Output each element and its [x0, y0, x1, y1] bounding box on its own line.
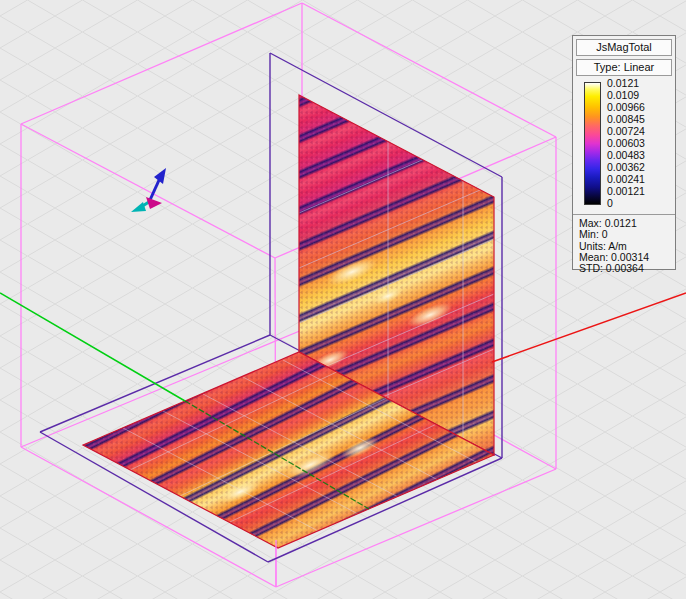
- colorbar-tick: 0.00241: [607, 174, 645, 185]
- colorbar-ticks: 0.01210.01090.009660.008450.007240.00603…: [607, 78, 645, 209]
- colorbar-tick: 0.00966: [607, 102, 645, 113]
- colorbar-tick: 0.00121: [607, 186, 645, 197]
- field-legend: JsMagTotal Type: Linear 0.01210.01090.00…: [572, 35, 676, 270]
- colorbar: [584, 82, 601, 205]
- legend-stat-line: Min: 0: [579, 229, 675, 240]
- legend-title: JsMagTotal: [576, 39, 672, 56]
- legend-stats: Max: 0.0121Min: 0Units: A/mMean: 0.00314…: [573, 214, 675, 274]
- legend-stat-line: STD: 0.00364: [579, 263, 675, 274]
- 3d-viewport[interactable]: JsMagTotal Type: Linear 0.01210.01090.00…: [0, 0, 686, 599]
- colorbar-zone: 0.01210.01090.009660.008450.007240.00603…: [576, 78, 672, 212]
- colorbar-tick: 0: [607, 198, 645, 209]
- colorbar-tick: 0.00362: [607, 162, 645, 173]
- colorbar-tick: 0.00724: [607, 126, 645, 137]
- colorbar-tick: 0.0121: [607, 78, 645, 89]
- colorbar-tick: 0.00845: [607, 114, 645, 125]
- legend-scale-type: Type: Linear: [576, 59, 672, 76]
- colorbar-tick: 0.00483: [607, 150, 645, 161]
- colorbar-tick: 0.00603: [607, 138, 645, 149]
- colorbar-tick: 0.0109: [607, 90, 645, 101]
